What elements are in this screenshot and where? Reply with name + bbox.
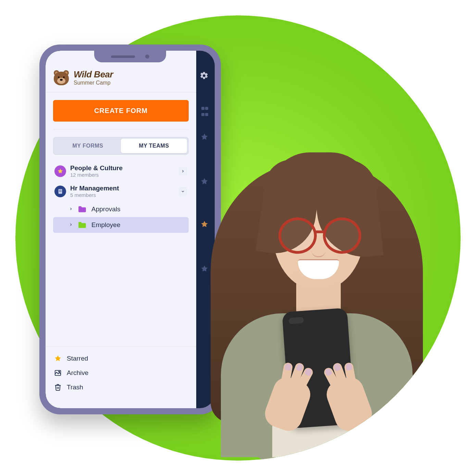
drawer-footer: Starred Archive Trash	[46, 346, 196, 408]
chevron-right-icon	[69, 206, 73, 212]
team-list: People & Culture 12 members Hr Managemen…	[53, 161, 189, 233]
nav-label: Starred	[67, 355, 88, 362]
svg-point-6	[59, 371, 60, 372]
tab-my-teams[interactable]: MY TEAMS	[121, 139, 187, 153]
brand-text: Wild Bear Summer Camp	[74, 69, 113, 86]
brand-title: Wild Bear	[74, 69, 113, 80]
star-icon[interactable]	[200, 133, 209, 142]
chevron-right-icon	[69, 222, 73, 228]
folder-label: Employee	[91, 221, 121, 229]
phone-notch	[94, 51, 166, 62]
archive-icon	[54, 369, 62, 377]
folder-row-employee[interactable]: Employee	[53, 217, 189, 233]
building-icon	[54, 186, 66, 197]
team-row-people-culture[interactable]: People & Culture 12 members	[53, 161, 189, 181]
nav-trash[interactable]: Trash	[53, 380, 189, 394]
team-name: People & Culture	[70, 164, 174, 172]
svg-rect-4	[61, 191, 61, 192]
star-icon[interactable]	[200, 220, 209, 230]
bear-logo-icon	[54, 70, 69, 85]
chevron-right-icon[interactable]	[178, 167, 187, 176]
svg-rect-3	[59, 191, 60, 192]
grid-view-icon[interactable]	[201, 105, 209, 114]
folder-row-approvals[interactable]: Approvals	[53, 201, 189, 217]
svg-rect-0	[59, 189, 62, 194]
star-circle-icon	[54, 165, 66, 177]
team-members: 12 members	[70, 172, 174, 178]
svg-rect-1	[59, 190, 60, 190]
team-row-hr-management[interactable]: Hr Management 5 members	[53, 181, 189, 201]
nav-starred[interactable]: Starred	[53, 351, 189, 366]
star-icon	[54, 355, 62, 362]
team-members: 5 members	[70, 192, 174, 198]
gear-icon[interactable]	[200, 71, 209, 82]
create-form-button[interactable]: CREATE FORM	[53, 100, 189, 122]
navigation-drawer: Wild Bear Summer Camp CREATE FORM MY FOR…	[46, 51, 196, 408]
nav-label: Trash	[67, 384, 83, 391]
folder-icon	[78, 205, 87, 213]
divider	[53, 129, 189, 129]
folder-label: Approvals	[91, 205, 121, 213]
svg-rect-2	[61, 190, 61, 190]
phone-screen: Wild Bear Summer Camp CREATE FORM MY FOR…	[46, 51, 215, 408]
team-name: Hr Management	[70, 185, 174, 192]
tab-switch: MY FORMS MY TEAMS	[53, 137, 189, 155]
trash-icon	[54, 384, 62, 391]
chevron-down-icon[interactable]	[178, 187, 187, 196]
nav-label: Archive	[67, 369, 88, 377]
star-icon[interactable]	[200, 265, 209, 274]
nav-archive[interactable]: Archive	[53, 366, 189, 380]
star-icon[interactable]	[200, 177, 209, 187]
tab-my-forms[interactable]: MY FORMS	[55, 139, 121, 153]
folder-icon	[78, 221, 87, 229]
phone-device-frame: Wild Bear Summer Camp CREATE FORM MY FOR…	[39, 45, 221, 414]
brand-subtitle: Summer Camp	[74, 80, 113, 86]
